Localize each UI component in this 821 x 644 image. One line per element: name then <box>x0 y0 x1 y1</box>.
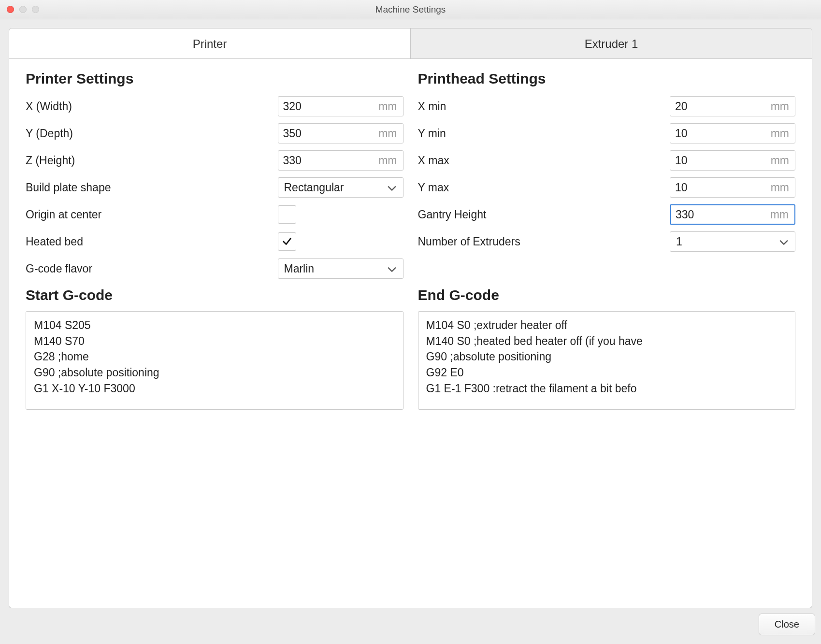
printhead-settings-heading: Printhead Settings <box>418 71 796 87</box>
y-min-input[interactable] <box>670 125 771 142</box>
y-max-input[interactable] <box>670 179 771 196</box>
build-plate-shape-select[interactable]: Rectangular <box>278 177 403 198</box>
start-gcode-textarea[interactable]: M104 S205 M140 S70 G28 ;home G90 ;absolu… <box>26 311 403 410</box>
x-width-unit: mm <box>378 100 403 113</box>
y-depth-input[interactable] <box>278 125 379 142</box>
num-extruders-value: 1 <box>676 235 682 248</box>
x-width-field[interactable]: mm <box>278 96 403 116</box>
z-height-label: Z (Height) <box>26 154 278 167</box>
build-plate-shape-value: Rectangular <box>284 181 344 194</box>
y-max-label: Y max <box>418 181 670 194</box>
gantry-height-label: Gantry Height <box>418 208 670 221</box>
window-title: Machine Settings <box>0 4 821 15</box>
x-min-label: X min <box>418 100 670 113</box>
printhead-settings-column: Printhead Settings X min mm Y min <box>418 66 796 410</box>
z-height-unit: mm <box>378 154 403 167</box>
num-extruders-label: Number of Extruders <box>418 235 670 248</box>
tab-extruder-1[interactable]: Extruder 1 <box>411 29 812 58</box>
num-extruders-select[interactable]: 1 <box>670 231 795 252</box>
x-width-input[interactable] <box>278 98 379 115</box>
gantry-height-field[interactable]: mm <box>670 204 795 225</box>
y-max-field[interactable]: mm <box>670 177 795 198</box>
origin-at-center-checkbox[interactable] <box>278 205 296 224</box>
y-max-unit: mm <box>771 181 795 194</box>
x-max-unit: mm <box>771 154 795 167</box>
y-min-field[interactable]: mm <box>670 123 795 143</box>
gcode-flavor-value: Marlin <box>284 262 315 275</box>
titlebar: Machine Settings <box>0 0 821 19</box>
x-min-unit: mm <box>771 100 795 113</box>
y-min-unit: mm <box>771 127 795 140</box>
chevron-down-icon <box>779 235 788 248</box>
y-depth-field[interactable]: mm <box>278 123 403 143</box>
window: Machine Settings Printer Extruder 1 Prin… <box>0 0 821 644</box>
printer-settings-heading: Printer Settings <box>26 71 403 87</box>
z-height-field[interactable]: mm <box>278 150 403 171</box>
origin-at-center-label: Origin at center <box>26 208 278 221</box>
gantry-height-input[interactable] <box>671 206 770 223</box>
gcode-flavor-label: G-code flavor <box>26 262 278 275</box>
end-gcode-heading: End G-code <box>418 287 796 303</box>
x-max-input[interactable] <box>670 152 771 169</box>
chevron-down-icon <box>388 262 396 275</box>
printer-settings-column: Printer Settings X (Width) mm Y (Depth) <box>26 66 403 410</box>
footer: Close <box>0 608 821 644</box>
tab-printer[interactable]: Printer <box>9 29 411 58</box>
tabs: Printer Extruder 1 <box>9 28 812 59</box>
y-min-label: Y min <box>418 127 670 140</box>
heated-bed-checkbox[interactable] <box>278 232 296 251</box>
build-plate-shape-label: Build plate shape <box>26 181 278 194</box>
x-min-input[interactable] <box>670 98 771 115</box>
chevron-down-icon <box>388 181 396 194</box>
gantry-height-unit: mm <box>770 208 794 221</box>
start-gcode-heading: Start G-code <box>26 287 403 303</box>
x-max-label: X max <box>418 154 670 167</box>
heated-bed-label: Heated bed <box>26 235 278 248</box>
y-depth-label: Y (Depth) <box>26 127 278 140</box>
check-icon <box>282 236 292 247</box>
end-gcode-textarea[interactable]: M104 S0 ;extruder heater off M140 S0 ;he… <box>418 311 796 410</box>
close-button[interactable]: Close <box>759 614 815 635</box>
z-height-input[interactable] <box>278 152 379 169</box>
y-depth-unit: mm <box>378 127 403 140</box>
gcode-flavor-select[interactable]: Marlin <box>278 258 403 279</box>
panel: Printer Settings X (Width) mm Y (Depth) <box>9 59 812 608</box>
x-max-field[interactable]: mm <box>670 150 795 171</box>
x-min-field[interactable]: mm <box>670 96 795 116</box>
x-width-label: X (Width) <box>26 100 278 113</box>
